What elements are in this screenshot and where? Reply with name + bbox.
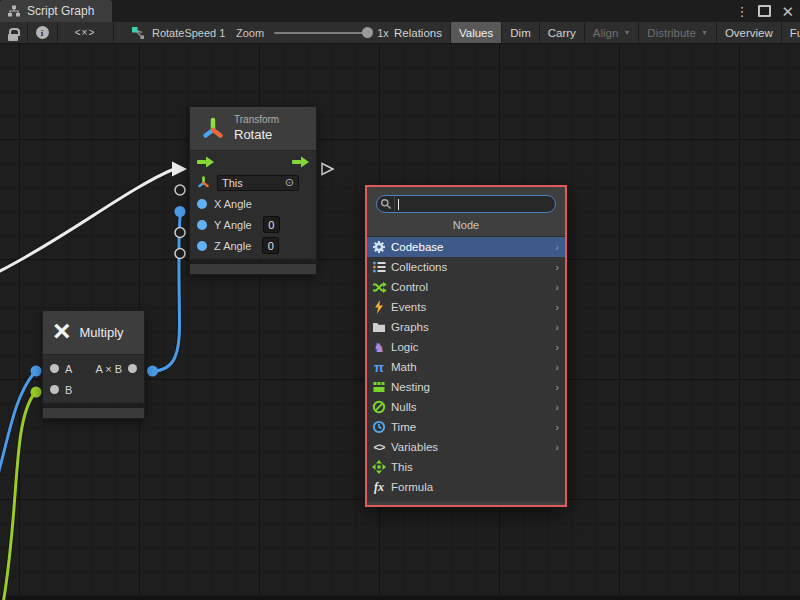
overview-button[interactable]: Overview bbox=[717, 22, 782, 43]
finder-item-time[interactable]: Time › bbox=[367, 417, 565, 437]
this-icon bbox=[371, 460, 387, 475]
chevron-right-icon: › bbox=[555, 301, 565, 313]
collections-icon bbox=[371, 260, 387, 275]
node-category: Transform bbox=[234, 114, 279, 127]
y-angle-row: Y Angle 0 bbox=[190, 214, 316, 235]
finder-item-this[interactable]: This bbox=[367, 457, 565, 477]
chevron-right-icon: › bbox=[555, 321, 565, 333]
flow-in-icon[interactable] bbox=[197, 156, 214, 168]
finder-list: Codebase › Collections › bbox=[367, 236, 565, 502]
finder-item-variables[interactable]: <> Variables › bbox=[367, 437, 565, 457]
flow-out-icon[interactable] bbox=[292, 156, 309, 168]
float-port-icon[interactable] bbox=[197, 220, 207, 230]
info-icon: i bbox=[36, 26, 49, 39]
search-field[interactable] bbox=[376, 195, 556, 213]
breadcrumb[interactable]: RotateSpeed 1 bbox=[131, 22, 225, 43]
y-angle-value-field[interactable]: 0 bbox=[263, 216, 280, 233]
clock-icon bbox=[371, 420, 387, 435]
tab-title: Script Graph bbox=[27, 4, 94, 18]
this-object-field[interactable]: This ⊙ bbox=[217, 175, 299, 191]
window-maximize-icon[interactable] bbox=[758, 5, 771, 17]
multiply-icon: × bbox=[53, 316, 71, 346]
chevron-right-icon: › bbox=[555, 281, 565, 293]
lock-button[interactable] bbox=[0, 22, 28, 43]
zoom-slider-track[interactable] bbox=[274, 32, 366, 34]
window-menu-icon[interactable]: ⋮ bbox=[735, 5, 748, 18]
finder-item-events[interactable]: Events › bbox=[367, 297, 565, 317]
value-port-icon[interactable] bbox=[50, 385, 59, 394]
finder-item-graphs[interactable]: Graphs › bbox=[367, 317, 565, 337]
window-close-icon[interactable]: ✕ bbox=[781, 4, 794, 19]
info-button[interactable]: i bbox=[27, 22, 58, 43]
multiply-node-body: A A × B B bbox=[42, 355, 145, 404]
value-port-icon[interactable] bbox=[128, 364, 137, 373]
graph-node-icon bbox=[131, 26, 145, 40]
finder-item-logic[interactable]: ♞ Logic › bbox=[367, 337, 565, 357]
window-bottom-edge bbox=[0, 596, 800, 600]
transform-mini-icon bbox=[197, 176, 210, 189]
chevron-down-icon: ▼ bbox=[623, 29, 630, 36]
graph-toolbar: i <×> RotateSpeed 1 Zoom 1x Relations Va… bbox=[0, 22, 800, 44]
search-icon bbox=[377, 196, 395, 212]
rotate-node-body: This ⊙ X Angle Y Angle 0 Z Angle 0 bbox=[189, 151, 317, 260]
variables-icon: <> bbox=[371, 440, 387, 455]
x-angle-row: X Angle bbox=[190, 193, 316, 214]
finder-item-codebase[interactable]: Codebase › bbox=[367, 237, 565, 257]
multiply-node-header[interactable]: × Multiply bbox=[42, 310, 145, 355]
flow-row bbox=[190, 151, 316, 172]
relations-button[interactable]: Relations bbox=[386, 22, 451, 43]
transform-icon bbox=[200, 116, 226, 142]
values-button[interactable]: Values bbox=[451, 22, 502, 43]
align-dropdown[interactable]: Align ▼ bbox=[585, 22, 640, 43]
chevron-right-icon: › bbox=[555, 241, 565, 253]
finder-header: Node bbox=[367, 219, 565, 231]
object-picker-icon[interactable]: ⊙ bbox=[285, 177, 294, 188]
code-icon: <×> bbox=[75, 27, 96, 38]
tab-script-graph[interactable]: Script Graph bbox=[0, 0, 112, 22]
node-transform-rotate[interactable]: Transform Rotate This bbox=[189, 106, 317, 275]
fullscreen-button[interactable]: Full Screen bbox=[782, 22, 800, 43]
lock-icon bbox=[8, 25, 19, 41]
chevron-right-icon: › bbox=[555, 361, 565, 373]
finder-item-math[interactable]: π Math › bbox=[367, 357, 565, 377]
distribute-dropdown[interactable]: Distribute ▼ bbox=[639, 22, 717, 43]
window-controls: ⋮ ✕ bbox=[735, 0, 794, 22]
script-graph-window: Script Graph ⋮ ✕ i <×> Rotate bbox=[0, 0, 800, 600]
chevron-right-icon: › bbox=[555, 401, 565, 413]
float-port-icon[interactable] bbox=[197, 199, 207, 209]
multiply-node-footer bbox=[42, 407, 145, 419]
rotate-node-header[interactable]: Transform Rotate bbox=[189, 106, 317, 151]
nesting-icon bbox=[371, 380, 387, 395]
knight-icon: ♞ bbox=[371, 340, 387, 355]
gear-icon bbox=[371, 240, 387, 255]
node-multiply[interactable]: × Multiply A A × B B bbox=[42, 310, 145, 419]
code-preview-button[interactable]: <×> bbox=[57, 22, 114, 43]
value-port-icon[interactable] bbox=[50, 364, 59, 373]
finder-item-collections[interactable]: Collections › bbox=[367, 257, 565, 277]
this-row: This ⊙ bbox=[190, 172, 316, 193]
search-input[interactable] bbox=[399, 196, 555, 212]
null-icon bbox=[371, 400, 387, 415]
graph-name: RotateSpeed 1 bbox=[152, 27, 225, 39]
chevron-right-icon: › bbox=[555, 421, 565, 433]
zoom-slider-handle[interactable] bbox=[362, 27, 373, 38]
z-angle-value-field[interactable]: 0 bbox=[262, 237, 279, 254]
dim-button[interactable]: Dim bbox=[502, 22, 539, 43]
node-finder-popup: Node Codebase › bbox=[365, 185, 567, 507]
carry-button[interactable]: Carry bbox=[540, 22, 585, 43]
finder-item-control[interactable]: Control › bbox=[367, 277, 565, 297]
finder-item-nulls[interactable]: Nulls › bbox=[367, 397, 565, 417]
pi-icon: π bbox=[371, 360, 387, 375]
z-angle-row: Z Angle 0 bbox=[190, 235, 316, 259]
chevron-right-icon: › bbox=[555, 441, 565, 453]
float-port-icon[interactable] bbox=[197, 241, 207, 251]
rotate-node-footer bbox=[189, 263, 317, 275]
a-row: A A × B bbox=[43, 358, 144, 379]
toolbar-toggles: Relations Values Dim Carry Align ▼ Distr… bbox=[386, 22, 800, 43]
finder-item-formula[interactable]: fx Formula bbox=[367, 477, 565, 497]
zoom-label: Zoom bbox=[236, 27, 264, 39]
node-title: Multiply bbox=[80, 325, 124, 340]
folder-icon bbox=[371, 320, 387, 335]
node-title: Rotate bbox=[234, 127, 279, 143]
finder-item-nesting[interactable]: Nesting › bbox=[367, 377, 565, 397]
